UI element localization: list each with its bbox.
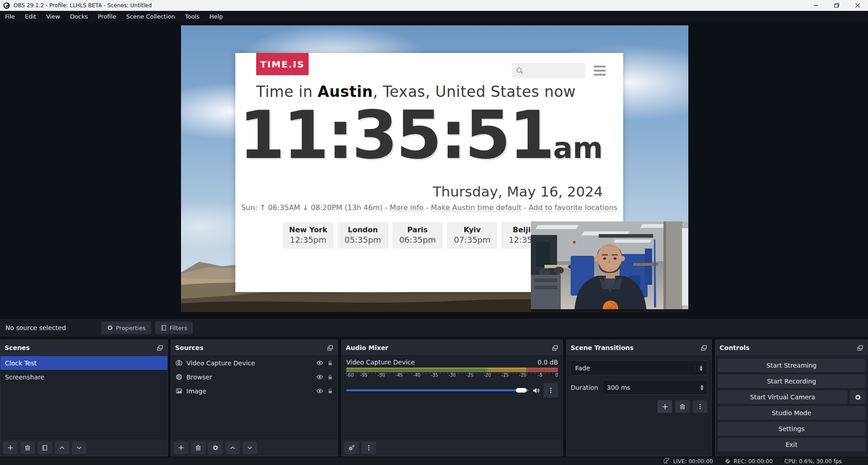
remove-source-button[interactable] bbox=[191, 441, 205, 454]
duration-label: Duration bbox=[571, 384, 598, 391]
menu-view[interactable]: View bbox=[41, 11, 65, 22]
more-info-link[interactable]: More info bbox=[390, 203, 424, 212]
properties-button[interactable]: Properties bbox=[101, 321, 151, 334]
lock-icon[interactable] bbox=[327, 388, 333, 394]
menu-tools[interactable]: Tools bbox=[180, 11, 205, 22]
city-newyork[interactable]: New York12:35pm bbox=[283, 222, 334, 249]
popout-icon[interactable] bbox=[701, 345, 707, 351]
mixer-channel-name: Video Capture Device bbox=[346, 359, 415, 366]
city-kyiv[interactable]: Kyiv07:35pm bbox=[447, 222, 497, 249]
sun-info-line: Sun: ↑ 06:35AM ↓ 08:20PM (13h 46m) - Mor… bbox=[235, 203, 623, 212]
add-scene-button[interactable] bbox=[3, 441, 18, 454]
source-item-browser[interactable]: Browser bbox=[171, 370, 338, 384]
visibility-eye-icon[interactable] bbox=[316, 360, 323, 366]
image-icon bbox=[176, 388, 182, 394]
selected-source-toolbar: No source selected Properties Filters bbox=[0, 319, 868, 337]
cpu-fps-stats: CPU: 0.6%, 30.00 fps bbox=[784, 458, 842, 465]
source-item-video-capture[interactable]: Video Capture Device bbox=[171, 356, 338, 370]
menu-bar: File Edit View Docks Profile Scene Colle… bbox=[0, 11, 868, 22]
speaker-icon[interactable] bbox=[532, 387, 540, 394]
mixer-menu-kebab-button[interactable] bbox=[362, 441, 376, 454]
close-button[interactable] bbox=[847, 0, 868, 11]
popout-icon[interactable] bbox=[857, 345, 863, 351]
virtual-camera-settings-button[interactable] bbox=[850, 390, 865, 404]
scenes-title: Scenes bbox=[5, 344, 30, 351]
scene-move-up-button[interactable] bbox=[55, 441, 69, 454]
controls-title: Controls bbox=[720, 344, 749, 351]
preview-workspace: TIME.IS Time in Austin, Texas, United St… bbox=[0, 22, 868, 319]
scene-item-screenshare[interactable]: Screenshare bbox=[0, 370, 167, 384]
popout-icon[interactable] bbox=[157, 345, 163, 351]
source-item-image[interactable]: Image bbox=[171, 384, 338, 398]
add-source-button[interactable] bbox=[174, 441, 188, 454]
menu-edit[interactable]: Edit bbox=[20, 11, 41, 22]
remove-transition-button[interactable] bbox=[675, 400, 690, 413]
scene-item-clock-test[interactable]: Clock Test bbox=[0, 356, 167, 370]
hamburger-menu-icon[interactable] bbox=[594, 66, 606, 76]
source-move-up-button[interactable] bbox=[225, 441, 240, 454]
preview-canvas[interactable]: TIME.IS Time in Austin, Texas, United St… bbox=[181, 25, 688, 312]
lock-icon[interactable] bbox=[327, 360, 333, 366]
studio-mode-button[interactable]: Studio Mode bbox=[718, 406, 865, 420]
source-move-down-button[interactable] bbox=[243, 441, 257, 454]
popout-icon[interactable] bbox=[327, 345, 334, 351]
stream-status-icon bbox=[663, 458, 671, 465]
camera-icon bbox=[176, 360, 182, 366]
transitions-title: Scene Transitions bbox=[571, 344, 634, 351]
filters-button[interactable]: Filters bbox=[155, 321, 193, 334]
menu-file[interactable]: File bbox=[0, 11, 20, 22]
start-recording-button[interactable]: Start Recording bbox=[718, 374, 865, 388]
menu-help[interactable]: Help bbox=[205, 11, 228, 22]
window-titlebar[interactable]: OBS 29.1.2 - Profile: LLHLS BETA - Scene… bbox=[0, 0, 868, 11]
lock-icon[interactable] bbox=[327, 374, 333, 380]
menu-scene-collection[interactable]: Scene Collection bbox=[121, 11, 180, 22]
volume-meter bbox=[346, 368, 558, 372]
city-paris[interactable]: Paris06:35pm bbox=[392, 222, 443, 249]
filters-icon bbox=[161, 325, 167, 331]
sun-times: Sun: ↑ 06:35AM ↓ 08:20PM (13h 46m) - bbox=[241, 203, 390, 212]
mixer-options-kebab-button[interactable] bbox=[544, 383, 558, 398]
search-input[interactable] bbox=[512, 63, 585, 78]
meter-scale: -60 -55 -50 -45 -40 -35 -30 -25 -20 -15 … bbox=[346, 373, 558, 380]
scene-filters-button[interactable] bbox=[38, 441, 52, 454]
date-display: Thursday, May 16, 2024 bbox=[235, 183, 603, 200]
visibility-eye-icon[interactable] bbox=[316, 374, 323, 380]
sources-panel: Sources Video Capture Device Browser Ima… bbox=[171, 340, 338, 456]
city-london[interactable]: London05:35pm bbox=[338, 222, 388, 249]
remove-scene-button[interactable] bbox=[20, 441, 35, 454]
transition-properties-kebab-button[interactable] bbox=[693, 400, 707, 413]
volume-slider-handle[interactable] bbox=[516, 388, 527, 393]
status-bar: LIVE: 00:00:00 REC: 00:00:00 CPU: 0.6%, … bbox=[0, 457, 868, 465]
advanced-audio-button[interactable] bbox=[344, 441, 359, 454]
no-source-label: No source selected bbox=[5, 324, 101, 331]
make-default-link[interactable]: Make Austin time default bbox=[431, 203, 521, 212]
transition-select[interactable]: Fade ▲▼ bbox=[571, 360, 707, 375]
menu-docks[interactable]: Docks bbox=[65, 11, 93, 22]
timeis-logo[interactable]: TIME.IS bbox=[256, 53, 309, 75]
duration-spinner[interactable]: 300 ms ▲▼ bbox=[602, 380, 707, 395]
dock-area: Scenes Clock Test Screenshare Sources Vi… bbox=[0, 340, 868, 457]
start-streaming-button[interactable]: Start Streaming bbox=[718, 359, 865, 372]
volume-slider[interactable] bbox=[346, 388, 529, 393]
mixer-db-value: 0.0 dB bbox=[538, 359, 558, 366]
menu-profile[interactable]: Profile bbox=[93, 11, 121, 22]
record-status-icon bbox=[725, 458, 731, 465]
obs-logo-icon bbox=[3, 2, 10, 9]
minimize-button[interactable] bbox=[806, 0, 826, 11]
settings-button[interactable]: Settings bbox=[718, 422, 865, 436]
webcam-overlay[interactable] bbox=[531, 221, 688, 312]
popout-icon[interactable] bbox=[552, 345, 558, 351]
sources-title: Sources bbox=[175, 344, 204, 351]
exit-button[interactable]: Exit bbox=[718, 438, 865, 451]
restore-button[interactable] bbox=[826, 0, 847, 11]
controls-panel: Controls Start Streaming Start Recording… bbox=[715, 340, 868, 456]
visibility-eye-icon[interactable] bbox=[316, 388, 323, 394]
source-properties-button[interactable] bbox=[208, 441, 223, 454]
start-virtual-camera-button[interactable]: Start Virtual Camera bbox=[718, 390, 848, 404]
audio-mixer-panel: Audio Mixer Video Capture Device 0.0 dB … bbox=[341, 340, 563, 456]
add-transition-button[interactable] bbox=[658, 400, 672, 413]
scene-move-down-button[interactable] bbox=[72, 441, 86, 454]
rec-time: REC: 00:00:00 bbox=[734, 458, 773, 465]
spinner-arrows-icon[interactable]: ▲▼ bbox=[697, 384, 707, 391]
add-favorite-link[interactable]: Add to favorite locations bbox=[529, 203, 617, 212]
